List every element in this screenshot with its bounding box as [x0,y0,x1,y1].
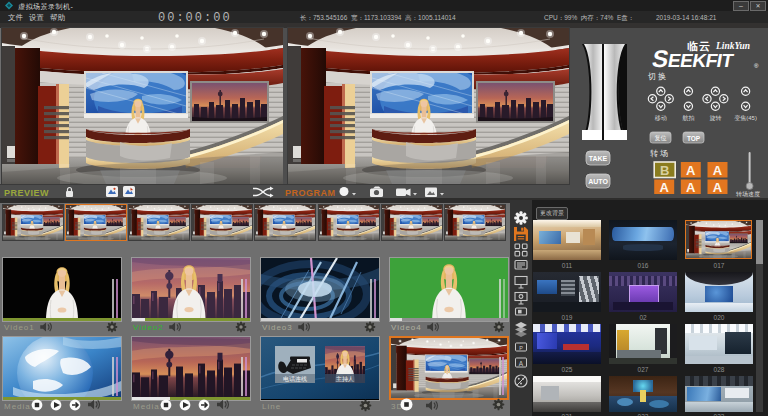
svg-text:电话连线: 电话连线 [283,376,307,383]
svg-text:A: A [713,163,723,178]
svg-text:EEKFIT: EEKFIT [666,50,735,71]
svg-text:PREVIEW: PREVIEW [4,188,49,198]
svg-text:变焦(45): 变焦(45) [734,114,757,122]
svg-text:主持人: 主持人 [336,375,354,383]
svg-text:移动: 移动 [655,115,667,122]
svg-text:TAKE: TAKE [589,155,608,162]
svg-text:旋转: 旋转 [709,115,721,122]
svg-text:A: A [519,360,524,367]
svg-text:B: B [660,163,669,178]
svg-text:P: P [519,345,523,351]
svg-text:TOP: TOP [687,135,701,142]
svg-text:AUTO: AUTO [588,178,608,185]
svg-text:转场速度: 转场速度 [736,190,760,198]
svg-text:®: ® [754,63,759,69]
svg-text:A: A [686,163,696,178]
svg-text:切换: 切换 [647,72,668,81]
svg-text:A: A [713,180,723,195]
svg-text:航拍: 航拍 [682,114,694,122]
svg-text:转场: 转场 [650,149,670,158]
svg-text:A: A [686,180,696,195]
svg-text:A: A [660,180,670,195]
svg-text:PROGRAM: PROGRAM [285,188,336,198]
svg-text:复位: 复位 [655,135,667,142]
